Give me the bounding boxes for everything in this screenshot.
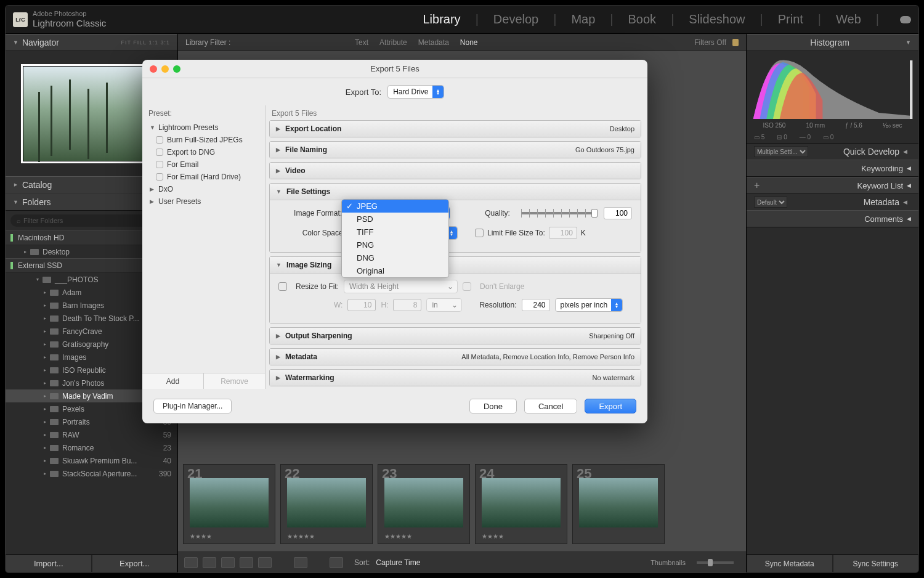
survey-view-icon[interactable] xyxy=(240,557,253,568)
checkbox-icon[interactable] xyxy=(156,136,163,144)
histogram-display[interactable] xyxy=(747,51,918,119)
preset-add-button[interactable]: Add xyxy=(142,373,204,389)
section-header[interactable]: ▶ Output Sharpening Sharpening Off xyxy=(270,328,641,344)
module-book[interactable]: Book xyxy=(628,12,657,26)
product-text: Lightroom Classic xyxy=(33,18,106,29)
quality-input[interactable] xyxy=(604,207,632,219)
dropdown-option[interactable]: PSD xyxy=(342,213,448,226)
preset-item-label: Export to DNG xyxy=(167,148,215,157)
filter-tab-text[interactable]: Text xyxy=(355,38,368,47)
preset-item[interactable]: Burn Full-Sized JPEGs xyxy=(147,134,260,146)
module-develop[interactable]: Develop xyxy=(493,12,538,26)
sort-direction-icon[interactable] xyxy=(330,557,343,568)
w-label: W: xyxy=(334,301,342,309)
preset-select[interactable]: Multiple Setti... xyxy=(754,146,808,157)
preset-group[interactable]: ▶DxO xyxy=(147,183,260,195)
chevron-right-icon: ▸ xyxy=(44,354,50,360)
import-button[interactable]: Import... xyxy=(6,555,92,572)
section-header[interactable]: ▶ Watermarking No watermark xyxy=(270,370,641,386)
dropdown-option[interactable]: PNG xyxy=(342,238,448,251)
loupe-view-icon[interactable] xyxy=(203,557,216,568)
section-header[interactable]: ▶ Export Location Desktop xyxy=(270,121,641,137)
resolution-unit-select[interactable]: pixels per inch▴▾ xyxy=(555,298,623,312)
checkbox-icon[interactable] xyxy=(156,149,163,156)
filter-tab-attribute[interactable]: Attribute xyxy=(379,38,407,47)
quality-slider[interactable] xyxy=(521,212,598,214)
painter-icon[interactable] xyxy=(294,557,307,568)
folder-row[interactable]: ▸Romance23 xyxy=(6,441,177,454)
done-button[interactable]: Done xyxy=(469,399,517,413)
sync-metadata-button[interactable]: Sync Metadata xyxy=(747,555,833,572)
dropdown-option[interactable]: Original xyxy=(342,264,448,277)
preset-item[interactable]: For Email (Hard Drive) xyxy=(147,171,260,183)
section-header[interactable]: ▼ File Settings xyxy=(270,184,641,200)
filters-off-menu[interactable]: Filters Off xyxy=(694,38,726,47)
dropdown-option[interactable]: DNG xyxy=(342,251,448,264)
limit-filesize-checkbox[interactable] xyxy=(475,229,484,237)
section-header[interactable]: ▶ File Naming Go Outdoors 75.jpg xyxy=(270,142,641,158)
histogram-header[interactable]: Histogram ▼ xyxy=(747,34,918,51)
slider-knob[interactable] xyxy=(591,209,598,218)
module-map[interactable]: Map xyxy=(571,12,595,26)
checkbox-icon[interactable] xyxy=(156,161,163,168)
chevron-left-icon[interactable]: ◀ xyxy=(903,149,907,155)
module-slideshow[interactable]: Slideshow xyxy=(689,12,745,26)
sync-settings-button[interactable]: Sync Settings xyxy=(833,555,919,572)
comments-header[interactable]: Comments ◀ xyxy=(747,210,918,227)
folder-row[interactable]: ▸StackSocial Aperture...390 xyxy=(6,467,177,480)
module-library[interactable]: Library xyxy=(423,12,460,26)
keywording-header[interactable]: Keywording ◀ xyxy=(747,160,918,177)
module-print[interactable]: Print xyxy=(778,12,803,26)
thumbnail[interactable]: 21★★★★ xyxy=(183,464,275,544)
folder-row[interactable]: ▸RAW59 xyxy=(6,428,177,441)
navigator-header[interactable]: ▼ Navigator FIT FILL 1:1 3:1 xyxy=(6,34,177,51)
dropdown-option[interactable]: TIFF xyxy=(342,226,448,238)
chevron-right-icon: ▶ xyxy=(276,333,280,339)
thumbnail[interactable]: 22★★★★★ xyxy=(280,464,373,544)
export-to-select[interactable]: Hard Drive ▴▾ xyxy=(387,85,444,99)
section-header[interactable]: ▶ Metadata All Metadata, Remove Location… xyxy=(270,349,641,365)
rating-stars[interactable]: ★★★★ xyxy=(190,533,212,540)
preset-remove-button: Remove xyxy=(204,373,265,389)
navigator-zoom-opts[interactable]: FIT FILL 1:1 3:1 xyxy=(121,39,170,46)
rating-stars[interactable]: ★★★★★ xyxy=(384,533,412,540)
keyword-list-header[interactable]: + Keyword List ◀ xyxy=(747,177,918,194)
add-icon[interactable]: + xyxy=(754,180,760,191)
compare-view-icon[interactable] xyxy=(221,557,235,568)
preset-group[interactable]: ▶User Presets xyxy=(147,195,260,208)
resize-checkbox[interactable] xyxy=(278,282,287,291)
chevron-right-icon: ▾ xyxy=(36,277,43,282)
image-format-label: Image Format: xyxy=(278,209,342,218)
export-button[interactable]: Export xyxy=(585,399,636,413)
thumbnail[interactable]: 25 xyxy=(572,464,665,544)
section-header[interactable]: ▼ Image Sizing xyxy=(270,257,641,273)
sort-value[interactable]: Capture Time xyxy=(376,558,420,567)
lock-icon[interactable] xyxy=(732,39,739,46)
filter-tab-none[interactable]: None xyxy=(460,38,478,47)
preset-group[interactable]: ▼Lightroom Presets xyxy=(147,121,260,134)
resolution-input[interactable] xyxy=(522,299,550,311)
thumbnail-size-slider[interactable] xyxy=(697,561,734,564)
preset-item[interactable]: Export to DNG xyxy=(147,146,260,158)
chevron-left-icon[interactable]: ◀ xyxy=(903,199,907,205)
preset-item[interactable]: For Email xyxy=(147,158,260,171)
people-view-icon[interactable] xyxy=(258,557,272,568)
grid-view-icon[interactable] xyxy=(184,557,198,568)
section-header[interactable]: ▶ Video xyxy=(270,163,641,179)
metadata-preset-select[interactable]: Default xyxy=(754,197,787,208)
thumbnail[interactable]: 23★★★★★ xyxy=(378,464,470,544)
export-button[interactable]: Export... xyxy=(92,555,178,572)
thumbnail[interactable]: 24★★★★ xyxy=(475,464,567,544)
dropdown-option[interactable]: JPEG xyxy=(342,200,448,213)
section-watermarking: ▶ Watermarking No watermark xyxy=(269,369,641,386)
cloud-icon[interactable] xyxy=(900,16,911,23)
folder-row[interactable]: ▸Skuawk Premium Bu...40 xyxy=(6,454,177,467)
filter-tab-metadata[interactable]: Metadata xyxy=(418,38,449,47)
checkbox-icon[interactable] xyxy=(156,173,163,181)
plugin-manager-button[interactable]: Plug-in Manager... xyxy=(153,399,232,413)
module-web[interactable]: Web xyxy=(836,12,861,26)
rating-stars[interactable]: ★★★★ xyxy=(482,533,504,540)
rating-stars[interactable]: ★★★★★ xyxy=(287,533,315,540)
width-input xyxy=(347,299,376,311)
cancel-button[interactable]: Cancel xyxy=(524,399,577,413)
